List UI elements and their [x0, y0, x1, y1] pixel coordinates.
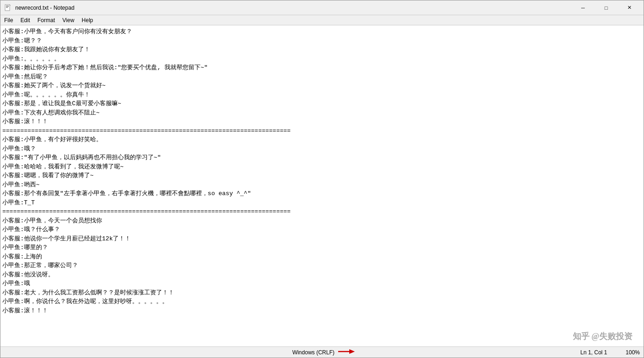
- title-bar-left: newrecord.txt - Notepad: [4, 4, 74, 12]
- menu-bar: File Edit Format View Help: [0, 15, 644, 25]
- menu-view[interactable]: View: [59, 16, 78, 24]
- title-bar: newrecord.txt - Notepad ─ □ ✕: [0, 0, 644, 15]
- minimize-button[interactable]: ─: [572, 0, 594, 15]
- svg-rect-2: [6, 6, 9, 7]
- status-right: Ln 1, Col 1 100%: [580, 349, 640, 356]
- menu-help[interactable]: Help: [78, 16, 97, 24]
- notepad-icon: [4, 4, 12, 12]
- zoom-label: 100%: [626, 349, 640, 356]
- close-button[interactable]: ✕: [619, 0, 640, 15]
- window-title: newrecord.txt - Notepad: [15, 5, 74, 11]
- menu-edit[interactable]: Edit: [17, 16, 34, 24]
- editor-area[interactable]: 小客服:小甲鱼，今天有客户问你有没有女朋友？ 小甲鱼:嗯？？ 小客服:我跟她说你…: [0, 25, 644, 346]
- title-bar-controls: ─ □ ✕: [572, 0, 640, 15]
- svg-rect-3: [6, 7, 8, 8]
- svg-marker-6: [349, 349, 355, 354]
- encoding-label: Windows (CRLF): [292, 349, 334, 356]
- status-bar: Windows (CRLF) Ln 1, Col 1 100%: [0, 346, 644, 358]
- menu-file[interactable]: File: [0, 16, 17, 24]
- maximize-button[interactable]: □: [595, 0, 617, 15]
- menu-format[interactable]: Format: [34, 16, 59, 24]
- svg-marker-4: [10, 5, 11, 6]
- line-col-label: Ln 1, Col 1: [580, 349, 607, 356]
- status-center: Windows (CRLF): [292, 348, 581, 357]
- arrow-icon: [338, 348, 355, 357]
- notepad-window: newrecord.txt - Notepad ─ □ ✕ File Edit …: [0, 0, 644, 358]
- svg-rect-1: [6, 6, 9, 6]
